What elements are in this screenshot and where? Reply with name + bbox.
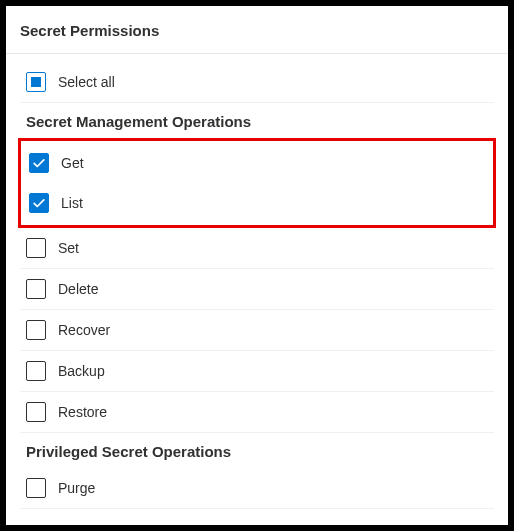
- highlight-annotation: Get List: [18, 138, 496, 228]
- checkbox-backup[interactable]: [26, 361, 46, 381]
- permission-row-get: Get: [23, 143, 491, 183]
- permission-row-backup: Backup: [20, 351, 494, 392]
- check-icon: [32, 196, 46, 210]
- permission-label: Set: [58, 240, 79, 256]
- page-title: Secret Permissions: [20, 22, 494, 39]
- checkbox-purge[interactable]: [26, 478, 46, 498]
- checkbox-set[interactable]: [26, 238, 46, 258]
- permission-row-purge: Purge: [20, 468, 494, 509]
- select-all-row: Select all: [20, 62, 494, 103]
- permission-row-delete: Delete: [20, 269, 494, 310]
- checkbox-get[interactable]: [29, 153, 49, 173]
- checkbox-list[interactable]: [29, 193, 49, 213]
- panel-content: Select all Secret Management Operations …: [6, 54, 508, 509]
- section-heading-privileged: Privileged Secret Operations: [20, 433, 494, 468]
- permission-label: Delete: [58, 281, 98, 297]
- permission-row-list: List: [23, 183, 491, 223]
- permission-row-restore: Restore: [20, 392, 494, 433]
- checkbox-delete[interactable]: [26, 279, 46, 299]
- indeterminate-icon: [31, 77, 41, 87]
- permission-label: Restore: [58, 404, 107, 420]
- checkbox-restore[interactable]: [26, 402, 46, 422]
- permission-label: List: [61, 195, 83, 211]
- select-all-label: Select all: [58, 74, 115, 90]
- section-heading-management: Secret Management Operations: [20, 103, 494, 138]
- permission-label: Backup: [58, 363, 105, 379]
- secret-permissions-panel: Secret Permissions Select all Secret Man…: [6, 6, 508, 525]
- permission-row-set: Set: [20, 228, 494, 269]
- permission-label: Recover: [58, 322, 110, 338]
- permission-row-recover: Recover: [20, 310, 494, 351]
- select-all-checkbox[interactable]: [26, 72, 46, 92]
- panel-header: Secret Permissions: [6, 6, 508, 54]
- check-icon: [32, 156, 46, 170]
- permission-label: Get: [61, 155, 84, 171]
- checkbox-recover[interactable]: [26, 320, 46, 340]
- permission-label: Purge: [58, 480, 95, 496]
